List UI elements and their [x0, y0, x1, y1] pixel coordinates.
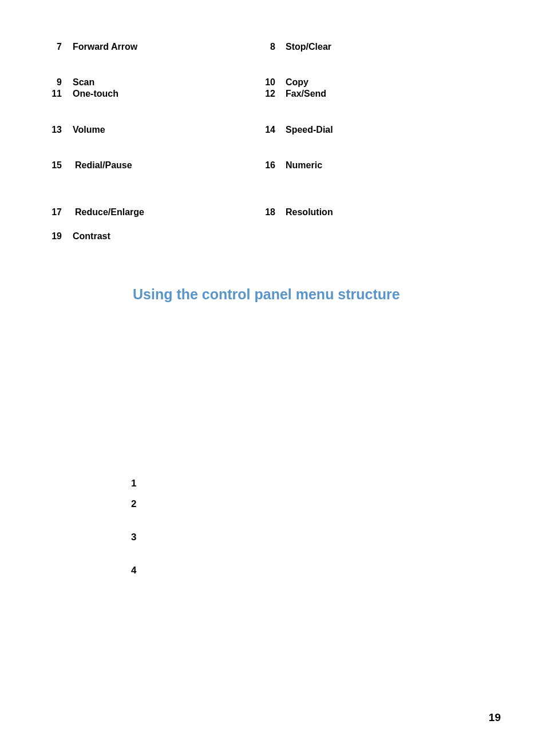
item-number: 18 [258, 207, 275, 217]
item-number: 9 [45, 77, 62, 88]
item-number: 12 [258, 89, 275, 99]
item-label: Scan [73, 77, 94, 88]
item-label: Speed-Dial [286, 125, 333, 135]
item-number: 11 [45, 89, 62, 99]
item-label: One-touch [73, 89, 118, 99]
item-label: Stop/Clear [286, 42, 331, 52]
item-number: 15 [45, 160, 62, 171]
item-number: 10 [258, 77, 275, 88]
item-number: 7 [45, 42, 62, 52]
item-label: Copy [286, 77, 308, 88]
item-label: Contrast [73, 231, 110, 242]
item-label: Forward Arrow [73, 42, 137, 52]
item-number: 16 [258, 160, 275, 171]
step-number: 4 [131, 565, 136, 576]
item-number: 8 [258, 42, 275, 52]
step-number: 2 [131, 498, 136, 510]
item-label: Fax/Send [286, 89, 326, 99]
item-label: Resolution [286, 207, 333, 217]
step-number: 1 [131, 478, 136, 489]
item-number: 17 [45, 207, 62, 217]
document-page: 7 Forward Arrow 8 Stop/Clear 9 Scan 10 C… [0, 0, 546, 756]
item-number: 19 [45, 231, 62, 242]
section-heading: Using the control panel menu structure [133, 286, 400, 303]
item-label: Redial/Pause [75, 160, 132, 171]
item-label: Volume [73, 125, 105, 135]
page-number: 19 [489, 711, 501, 724]
item-number: 13 [45, 125, 62, 135]
item-label: Reduce/Enlarge [75, 207, 144, 217]
item-label: Numeric [286, 160, 322, 171]
step-number: 3 [131, 532, 136, 543]
item-number: 14 [258, 125, 275, 135]
